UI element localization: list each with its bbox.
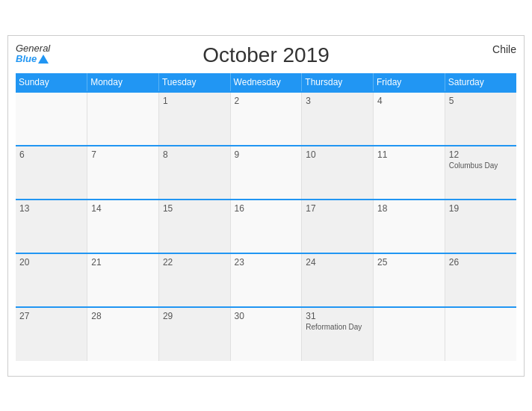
day-cell [445,307,516,361]
holiday-label: Reformation Day [306,323,369,331]
day-cell: 21 [87,253,159,307]
day-cell: 23 [230,253,302,307]
day-cell [16,92,87,146]
day-cell: 20 [16,253,87,307]
day-number: 23 [235,257,298,268]
day-number: 13 [19,203,83,214]
weekday-header-tuesday: Tuesday [158,73,230,92]
day-number: 28 [91,311,155,321]
day-cell: 25 [374,253,445,307]
day-cell: 1 [158,92,230,146]
calendar-title: October 2019 [202,43,330,67]
day-cell: 31Reformation Day [302,307,374,361]
day-number: 14 [91,203,155,214]
day-cell: 11 [374,146,445,200]
day-number: 16 [235,203,298,214]
calendar-wrapper: General Blue October 2019 Chile SundayMo… [7,35,525,377]
week-row: 12345 [16,92,516,146]
day-cell: 4 [374,92,445,146]
day-number: 12 [449,149,513,160]
day-cell: 16 [230,200,302,253]
day-number: 27 [19,311,83,321]
day-number: 18 [377,203,441,214]
week-row: 2728293031Reformation Day [16,307,516,361]
day-number: 5 [449,96,513,106]
day-cell: 26 [445,253,516,307]
weekday-header-wednesday: Wednesday [230,73,302,92]
calendar-header: General Blue October 2019 Chile [16,43,516,67]
day-cell: 9 [230,146,302,200]
calendar-table: SundayMondayTuesdayWednesdayThursdayFrid… [16,73,516,361]
day-cell: 10 [302,146,374,200]
day-number: 11 [377,149,441,160]
country-label: Chile [492,43,516,55]
day-cell: 27 [16,307,87,361]
day-number: 19 [449,203,513,214]
day-cell: 29 [158,307,230,361]
day-number: 22 [163,257,226,268]
day-cell: 22 [158,253,230,307]
day-number: 29 [163,311,226,321]
day-number: 1 [163,96,226,106]
logo: General Blue [16,43,50,65]
day-number: 26 [449,257,513,268]
weekday-header-friday: Friday [374,73,445,92]
day-cell: 5 [445,92,516,146]
day-number: 25 [377,257,441,268]
weekday-header-sunday: Sunday [16,73,87,92]
day-number: 21 [91,257,155,268]
day-cell: 3 [302,92,374,146]
day-cell: 7 [87,146,159,200]
day-cell: 12Columbus Day [445,146,516,200]
day-number: 20 [19,257,83,268]
day-cell: 28 [87,307,159,361]
day-cell: 2 [230,92,302,146]
day-cell: 14 [87,200,159,253]
day-cell [87,92,159,146]
header-row: SundayMondayTuesdayWednesdayThursdayFrid… [16,73,516,92]
day-number: 17 [306,203,369,214]
weekday-header-saturday: Saturday [445,73,516,92]
day-cell: 24 [302,253,374,307]
day-number: 30 [235,311,298,321]
day-cell: 15 [158,200,230,253]
logo-general-text: General [16,43,50,54]
day-number: 10 [306,149,369,160]
day-number: 15 [163,203,226,214]
weekday-header-thursday: Thursday [302,73,374,92]
day-number: 9 [235,149,298,160]
day-number: 2 [235,96,298,106]
logo-triangle-icon [38,55,49,64]
day-cell: 17 [302,200,374,253]
weekday-header-monday: Monday [87,73,159,92]
logo-blue-text: Blue [16,54,37,64]
holiday-label: Columbus Day [449,161,513,170]
day-cell: 30 [230,307,302,361]
day-number: 24 [306,257,369,268]
day-number: 3 [306,96,369,106]
day-number: 8 [163,149,226,160]
day-cell: 8 [158,146,230,200]
week-row: 20212223242526 [16,253,516,307]
day-number: 7 [91,149,155,160]
day-number: 6 [19,149,83,160]
week-row: 13141516171819 [16,200,516,253]
day-cell [374,307,445,361]
day-number: 31 [306,311,369,321]
week-row: 6789101112Columbus Day [16,146,516,200]
day-cell: 18 [374,200,445,253]
day-cell: 19 [445,200,516,253]
day-cell: 13 [16,200,87,253]
day-number: 4 [377,96,441,106]
day-cell: 6 [16,146,87,200]
